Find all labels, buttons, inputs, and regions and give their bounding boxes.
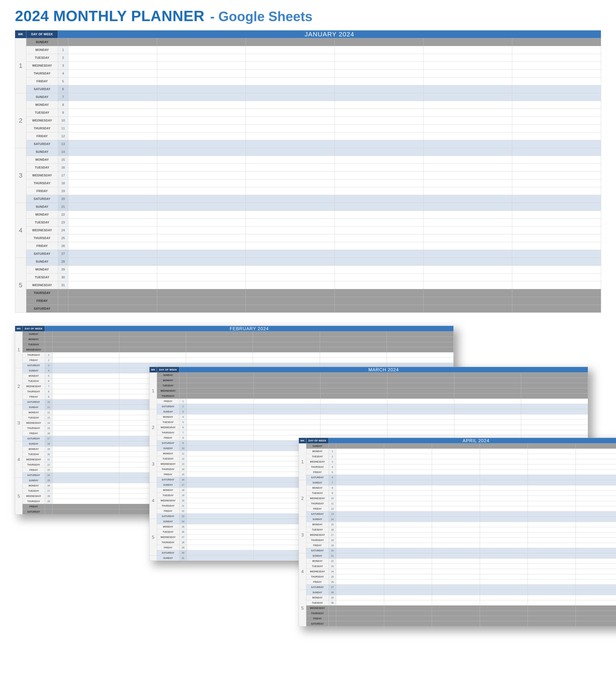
planner-slot[interactable] [423, 156, 512, 164]
planner-slot[interactable] [480, 490, 528, 496]
planner-slot[interactable] [384, 522, 432, 527]
planner-slot[interactable] [454, 378, 521, 383]
planner-slot[interactable] [480, 522, 528, 527]
planner-slot[interactable] [528, 579, 576, 585]
planner-slot[interactable] [246, 297, 335, 305]
planner-slot[interactable] [246, 101, 335, 109]
planner-slot[interactable] [187, 477, 254, 482]
planner-slot[interactable] [384, 490, 432, 496]
planner-slot[interactable] [387, 409, 454, 414]
planner-slot[interactable] [512, 172, 601, 179]
planner-slot[interactable] [521, 404, 588, 409]
planner-slot[interactable] [320, 373, 387, 378]
planner-slot[interactable] [187, 393, 254, 399]
planner-slot[interactable] [254, 420, 320, 425]
planner-slot[interactable] [320, 414, 387, 420]
planner-slot[interactable] [432, 511, 480, 517]
planner-slot[interactable] [576, 538, 616, 543]
planner-slot[interactable] [68, 77, 157, 85]
planner-slot[interactable] [157, 305, 246, 313]
planner-slot[interactable] [423, 242, 512, 250]
planner-slot[interactable] [336, 543, 384, 548]
planner-slot[interactable] [335, 258, 423, 266]
planner-slot[interactable] [576, 605, 616, 611]
planner-slot[interactable] [187, 493, 254, 498]
planner-slot[interactable] [254, 399, 320, 404]
planner-slot[interactable] [387, 388, 454, 393]
planner-slot[interactable] [246, 54, 335, 62]
planner-slot[interactable] [157, 187, 246, 195]
planner-slot[interactable] [52, 457, 119, 462]
planner-slot[interactable] [187, 540, 254, 545]
planner-slot[interactable] [157, 38, 246, 46]
planner-slot[interactable] [384, 605, 432, 611]
planner-slot[interactable] [157, 274, 246, 281]
planner-slot[interactable] [246, 109, 335, 117]
planner-slot[interactable] [52, 363, 119, 368]
planner-slot[interactable] [52, 368, 119, 373]
planner-slot[interactable] [454, 393, 521, 399]
planner-slot[interactable] [528, 475, 576, 480]
planner-slot[interactable] [423, 226, 512, 234]
planner-slot[interactable] [52, 342, 119, 347]
planner-slot[interactable] [68, 109, 157, 117]
planner-slot[interactable] [320, 425, 387, 430]
planner-slot[interactable] [157, 77, 246, 85]
planner-slot[interactable] [246, 250, 335, 258]
planner-slot[interactable] [387, 383, 454, 388]
planner-slot[interactable] [187, 535, 254, 540]
planner-slot[interactable] [423, 54, 512, 62]
planner-slot[interactable] [68, 179, 157, 187]
planner-slot[interactable] [480, 443, 528, 449]
planner-slot[interactable] [157, 179, 246, 187]
planner-slot[interactable] [528, 459, 576, 464]
planner-slot[interactable] [246, 164, 335, 172]
planner-slot[interactable] [68, 187, 157, 195]
planner-slot[interactable] [423, 187, 512, 195]
planner-slot[interactable] [52, 358, 119, 363]
planner-slot[interactable] [254, 425, 320, 430]
planner-slot[interactable] [52, 483, 119, 488]
planner-slot[interactable] [52, 399, 119, 405]
planner-slot[interactable] [52, 436, 119, 441]
planner-slot[interactable] [246, 211, 335, 218]
planner-slot[interactable] [528, 585, 576, 590]
planner-slot[interactable] [423, 62, 512, 70]
planner-slot[interactable] [187, 456, 254, 461]
planner-slot[interactable] [335, 164, 423, 172]
planner-slot[interactable] [512, 195, 601, 203]
planner-slot[interactable] [246, 226, 335, 234]
planner-slot[interactable] [187, 440, 254, 446]
planner-slot[interactable] [52, 420, 119, 426]
planner-slot[interactable] [246, 85, 335, 93]
planner-slot[interactable] [512, 148, 601, 156]
planner-slot[interactable] [432, 621, 480, 626]
planner-slot[interactable] [52, 389, 119, 394]
planner-slot[interactable] [157, 93, 246, 101]
planner-slot[interactable] [68, 234, 157, 242]
planner-slot[interactable] [119, 337, 186, 342]
planner-slot[interactable] [246, 305, 335, 313]
planner-slot[interactable] [335, 54, 423, 62]
planner-slot[interactable] [528, 605, 576, 611]
planner-slot[interactable] [254, 373, 320, 378]
planner-slot[interactable] [52, 347, 119, 352]
planner-slot[interactable] [187, 404, 254, 409]
planner-slot[interactable] [454, 388, 521, 393]
planner-slot[interactable] [528, 611, 576, 616]
planner-slot[interactable] [432, 616, 480, 621]
planner-slot[interactable] [68, 93, 157, 101]
planner-slot[interactable] [336, 600, 384, 605]
planner-slot[interactable] [157, 226, 246, 234]
planner-slot[interactable] [480, 496, 528, 501]
planner-slot[interactable] [335, 242, 423, 250]
planner-slot[interactable] [423, 140, 512, 148]
planner-slot[interactable] [52, 447, 119, 452]
planner-slot[interactable] [454, 409, 521, 414]
planner-slot[interactable] [432, 485, 480, 490]
planner-slot[interactable] [157, 258, 246, 266]
planner-slot[interactable] [480, 579, 528, 585]
planner-slot[interactable] [454, 420, 521, 425]
planner-slot[interactable] [336, 464, 384, 470]
planner-slot[interactable] [480, 574, 528, 579]
